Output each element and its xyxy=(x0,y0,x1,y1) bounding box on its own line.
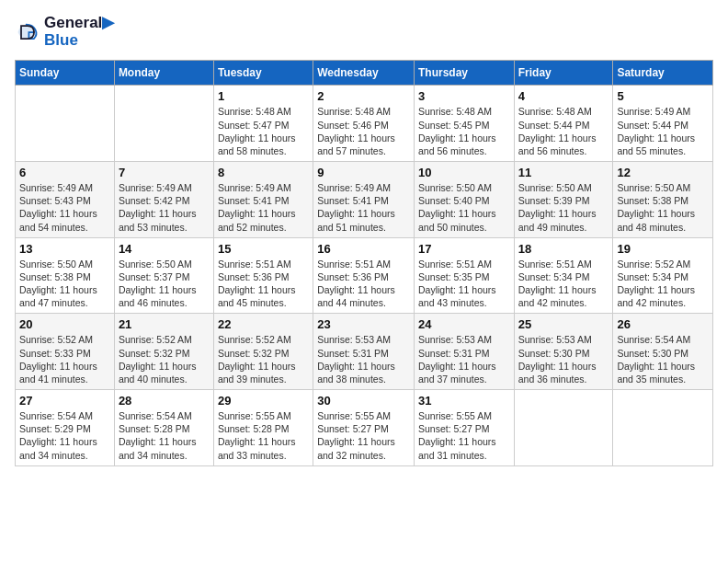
day-info: Sunrise: 5:49 AMSunset: 5:41 PMDaylight:… xyxy=(218,181,309,234)
day-number: 18 xyxy=(518,242,609,256)
calendar-cell: 8Sunrise: 5:49 AMSunset: 5:41 PMDaylight… xyxy=(213,162,313,238)
day-number: 2 xyxy=(317,89,410,103)
calendar-cell: 12Sunrise: 5:50 AMSunset: 5:38 PMDayligh… xyxy=(613,162,713,238)
day-number: 6 xyxy=(19,166,110,179)
calendar-cell: 4Sunrise: 5:48 AMSunset: 5:44 PMDaylight… xyxy=(514,86,613,162)
logo-text: General▶ Blue xyxy=(44,15,114,49)
calendar-cell: 2Sunrise: 5:48 AMSunset: 5:46 PMDaylight… xyxy=(313,86,415,162)
day-info: Sunrise: 5:50 AMSunset: 5:38 PMDaylight:… xyxy=(19,258,110,310)
day-number: 30 xyxy=(317,394,410,408)
day-info: Sunrise: 5:54 AMSunset: 5:30 PMDaylight:… xyxy=(617,333,709,385)
calendar-cell: 23Sunrise: 5:53 AMSunset: 5:31 PMDayligh… xyxy=(313,314,415,390)
calendar-cell xyxy=(114,86,213,162)
calendar-cell: 27Sunrise: 5:54 AMSunset: 5:29 PMDayligh… xyxy=(16,390,115,466)
day-info: Sunrise: 5:49 AMSunset: 5:43 PMDaylight:… xyxy=(19,181,110,234)
page-header: General▶ Blue xyxy=(15,15,713,49)
day-info: Sunrise: 5:50 AMSunset: 5:40 PMDaylight:… xyxy=(418,181,510,234)
calendar-cell: 11Sunrise: 5:50 AMSunset: 5:39 PMDayligh… xyxy=(514,162,613,238)
day-number: 22 xyxy=(218,317,309,331)
day-info: Sunrise: 5:53 AMSunset: 5:31 PMDaylight:… xyxy=(418,333,510,385)
calendar-cell: 13Sunrise: 5:50 AMSunset: 5:38 PMDayligh… xyxy=(16,237,115,314)
day-info: Sunrise: 5:51 AMSunset: 5:36 PMDaylight:… xyxy=(218,258,309,310)
calendar-cell: 29Sunrise: 5:55 AMSunset: 5:28 PMDayligh… xyxy=(213,390,313,466)
calendar-cell: 26Sunrise: 5:54 AMSunset: 5:30 PMDayligh… xyxy=(613,314,713,390)
day-info: Sunrise: 5:53 AMSunset: 5:30 PMDaylight:… xyxy=(518,333,609,385)
day-number: 26 xyxy=(617,317,709,331)
logo: General▶ Blue xyxy=(15,15,114,49)
col-header-wednesday: Wednesday xyxy=(313,61,415,86)
day-number: 7 xyxy=(119,166,210,179)
day-info: Sunrise: 5:48 AMSunset: 5:44 PMDaylight:… xyxy=(518,105,609,157)
day-number: 16 xyxy=(317,242,410,256)
calendar-cell: 16Sunrise: 5:51 AMSunset: 5:36 PMDayligh… xyxy=(313,237,415,314)
day-info: Sunrise: 5:54 AMSunset: 5:29 PMDaylight:… xyxy=(19,409,110,462)
calendar-cell: 31Sunrise: 5:55 AMSunset: 5:27 PMDayligh… xyxy=(414,390,514,466)
day-info: Sunrise: 5:55 AMSunset: 5:27 PMDaylight:… xyxy=(317,409,410,462)
logo-icon xyxy=(15,19,40,45)
day-info: Sunrise: 5:53 AMSunset: 5:31 PMDaylight:… xyxy=(317,333,410,385)
day-number: 1 xyxy=(218,89,309,103)
day-number: 31 xyxy=(418,394,510,408)
day-info: Sunrise: 5:55 AMSunset: 5:28 PMDaylight:… xyxy=(218,409,309,462)
day-number: 27 xyxy=(19,394,110,408)
day-number: 21 xyxy=(119,317,210,331)
col-header-monday: Monday xyxy=(114,61,213,86)
calendar-cell: 15Sunrise: 5:51 AMSunset: 5:36 PMDayligh… xyxy=(213,237,313,314)
day-number: 23 xyxy=(317,317,410,331)
calendar-week-row: 6Sunrise: 5:49 AMSunset: 5:43 PMDaylight… xyxy=(16,162,713,238)
day-number: 9 xyxy=(317,166,410,179)
col-header-saturday: Saturday xyxy=(613,61,713,86)
day-number: 14 xyxy=(119,242,210,256)
calendar-cell: 28Sunrise: 5:54 AMSunset: 5:28 PMDayligh… xyxy=(114,390,213,466)
day-number: 13 xyxy=(19,242,110,256)
calendar-cell: 20Sunrise: 5:52 AMSunset: 5:33 PMDayligh… xyxy=(16,314,115,390)
calendar-header-row: SundayMondayTuesdayWednesdayThursdayFrid… xyxy=(16,61,713,86)
day-info: Sunrise: 5:49 AMSunset: 5:42 PMDaylight:… xyxy=(119,181,210,234)
day-number: 8 xyxy=(218,166,309,179)
day-number: 12 xyxy=(617,166,709,179)
day-number: 17 xyxy=(418,242,510,256)
calendar-week-row: 13Sunrise: 5:50 AMSunset: 5:38 PMDayligh… xyxy=(16,237,713,314)
day-info: Sunrise: 5:55 AMSunset: 5:27 PMDaylight:… xyxy=(418,409,510,462)
day-number: 15 xyxy=(218,242,309,256)
day-info: Sunrise: 5:52 AMSunset: 5:33 PMDaylight:… xyxy=(19,333,110,385)
calendar-cell xyxy=(613,390,713,466)
day-number: 19 xyxy=(617,242,709,256)
day-number: 28 xyxy=(119,394,210,408)
calendar-cell: 21Sunrise: 5:52 AMSunset: 5:32 PMDayligh… xyxy=(114,314,213,390)
day-number: 20 xyxy=(19,317,110,331)
day-number: 4 xyxy=(518,89,609,103)
day-number: 10 xyxy=(418,166,510,179)
calendar-cell: 3Sunrise: 5:48 AMSunset: 5:45 PMDaylight… xyxy=(414,86,514,162)
day-info: Sunrise: 5:50 AMSunset: 5:39 PMDaylight:… xyxy=(518,181,609,234)
calendar-week-row: 27Sunrise: 5:54 AMSunset: 5:29 PMDayligh… xyxy=(16,390,713,466)
calendar-cell: 17Sunrise: 5:51 AMSunset: 5:35 PMDayligh… xyxy=(414,237,514,314)
day-info: Sunrise: 5:52 AMSunset: 5:32 PMDaylight:… xyxy=(119,333,210,385)
calendar-cell: 10Sunrise: 5:50 AMSunset: 5:40 PMDayligh… xyxy=(414,162,514,238)
day-info: Sunrise: 5:54 AMSunset: 5:28 PMDaylight:… xyxy=(119,409,210,462)
day-number: 29 xyxy=(218,394,309,408)
calendar-cell: 30Sunrise: 5:55 AMSunset: 5:27 PMDayligh… xyxy=(313,390,415,466)
calendar-cell: 7Sunrise: 5:49 AMSunset: 5:42 PMDaylight… xyxy=(114,162,213,238)
calendar-cell xyxy=(16,86,115,162)
day-info: Sunrise: 5:48 AMSunset: 5:45 PMDaylight:… xyxy=(418,105,510,157)
day-number: 25 xyxy=(518,317,609,331)
calendar-cell: 19Sunrise: 5:52 AMSunset: 5:34 PMDayligh… xyxy=(613,237,713,314)
calendar-week-row: 1Sunrise: 5:48 AMSunset: 5:47 PMDaylight… xyxy=(16,86,713,162)
day-info: Sunrise: 5:50 AMSunset: 5:37 PMDaylight:… xyxy=(119,258,210,310)
day-info: Sunrise: 5:49 AMSunset: 5:44 PMDaylight:… xyxy=(617,105,709,157)
calendar-week-row: 20Sunrise: 5:52 AMSunset: 5:33 PMDayligh… xyxy=(16,314,713,390)
day-info: Sunrise: 5:52 AMSunset: 5:34 PMDaylight:… xyxy=(617,258,709,310)
calendar-cell: 5Sunrise: 5:49 AMSunset: 5:44 PMDaylight… xyxy=(613,86,713,162)
calendar-cell: 14Sunrise: 5:50 AMSunset: 5:37 PMDayligh… xyxy=(114,237,213,314)
col-header-tuesday: Tuesday xyxy=(213,61,313,86)
day-info: Sunrise: 5:51 AMSunset: 5:34 PMDaylight:… xyxy=(518,258,609,310)
day-number: 11 xyxy=(518,166,609,179)
calendar-cell: 6Sunrise: 5:49 AMSunset: 5:43 PMDaylight… xyxy=(16,162,115,238)
day-info: Sunrise: 5:50 AMSunset: 5:38 PMDaylight:… xyxy=(617,181,709,234)
calendar-cell: 22Sunrise: 5:52 AMSunset: 5:32 PMDayligh… xyxy=(213,314,313,390)
day-number: 5 xyxy=(617,89,709,103)
day-info: Sunrise: 5:48 AMSunset: 5:47 PMDaylight:… xyxy=(218,105,309,157)
calendar-cell: 9Sunrise: 5:49 AMSunset: 5:41 PMDaylight… xyxy=(313,162,415,238)
day-info: Sunrise: 5:51 AMSunset: 5:36 PMDaylight:… xyxy=(317,258,410,310)
